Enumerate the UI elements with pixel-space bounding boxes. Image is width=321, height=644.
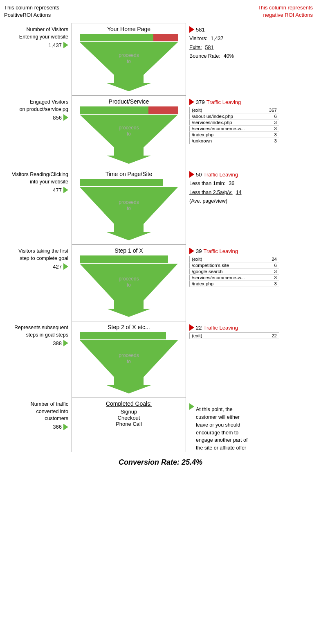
green-bar-step2	[80, 332, 166, 339]
traffic-path: /about-us/index.php	[190, 113, 264, 120]
exit-number-home: 581	[196, 27, 205, 33]
header-right: This column represents negative ROI Acti…	[258, 4, 313, 19]
stat-label: (Ave. page/view)	[189, 197, 227, 206]
center-sub-goals: Signup	[121, 409, 137, 415]
traffic-count: 3	[266, 275, 279, 281]
page-container: This column represents PositiveROI Actio…	[0, 0, 321, 475]
svg-rect-1	[114, 75, 144, 83]
red-arrow-step2	[189, 324, 194, 331]
svg-text:proceeds: proceeds	[119, 353, 139, 358]
traffic-table-row: /competition's site6	[190, 262, 279, 269]
left-label-product: Engaged Visitors on product/service pg	[19, 99, 68, 113]
svg-text:to: to	[127, 131, 131, 137]
row-time: Visitors Reading/Clicking into your webs…	[0, 168, 321, 244]
right-cell-step2: 22 Traffic Leaving(exit)22	[186, 321, 317, 398]
red-arrow-home	[189, 26, 194, 33]
traffic-count: 3	[263, 132, 279, 138]
exit-row-step2: 22 Traffic Leaving	[189, 324, 317, 331]
conversion-rate: Conversion Rate: 25.4%	[0, 452, 321, 471]
center-cell-home: Your Home Pageproceedsto	[72, 23, 186, 95]
svg-rect-21	[114, 377, 144, 385]
traffic-table-row: (exit)24	[190, 256, 279, 262]
red-arrow-time	[189, 171, 194, 178]
traffic-path: /services/index.php	[190, 120, 264, 126]
stats-home: Visitors:1,437Exits:581Bounce Rate:40%	[189, 34, 317, 61]
traffic-count: 22	[244, 333, 279, 339]
traffic-path: /index.php	[190, 281, 267, 287]
center-cell-step2: Step 2 of X etc...proceedsto	[72, 321, 186, 398]
bar-container-step2	[80, 332, 178, 339]
green-arrow-home	[63, 42, 68, 48]
traffic-table-row: /services/index.php3	[190, 120, 279, 126]
traffic-path: /unknown	[190, 138, 264, 144]
green-arrow-step2	[63, 340, 68, 346]
left-number-row-home: 1,437	[48, 42, 68, 48]
center-title-time: Time on Page/Site	[106, 171, 153, 177]
center-cell-step1: Step 1 of Xproceedsto	[72, 244, 186, 321]
traffic-table-product: (exit)367/about-us/index.php6/services/i…	[189, 107, 279, 144]
right-text-goals: At this point, the customer will either …	[196, 402, 248, 452]
stat-value: 36	[229, 179, 234, 188]
center-sub-goals: Phone Call	[116, 421, 142, 427]
row-step1: Visitors taking the first step to comple…	[0, 244, 321, 321]
center-title-home: Your Home Page	[107, 26, 150, 32]
goal-exit-row: At this point, the customer will either …	[189, 401, 317, 452]
header-right-line2: negative ROI Actions	[258, 11, 313, 19]
exit-row-step1: 39 Traffic Leaving	[189, 248, 317, 254]
traffic-count: 6	[263, 113, 279, 120]
center-sub-goals: Checkout	[118, 415, 140, 421]
left-cell-goals: Number of traffic converted into custome…	[0, 398, 72, 452]
bar-container-home	[80, 34, 178, 41]
exit-row-home: 581	[189, 26, 317, 33]
traffic-path: /services/ecommerce-w...	[190, 126, 264, 132]
svg-text:proceeds: proceeds	[119, 125, 139, 131]
left-number-row-time: 477	[53, 187, 68, 193]
stat-value: 1,437	[211, 34, 223, 43]
goal-green-arrow	[189, 403, 194, 410]
funnel-svg-home: proceedsto	[76, 42, 182, 95]
row-step2: Represents subsequent steps in goal step…	[0, 321, 321, 398]
exit-number-step2: 22	[196, 325, 202, 331]
svg-marker-2	[107, 83, 151, 91]
row-product: Engaged Visitors on product/service pg85…	[0, 95, 321, 168]
red-bar-product	[148, 106, 178, 114]
svg-marker-17	[107, 309, 151, 317]
left-cell-step2: Represents subsequent steps in goal step…	[0, 321, 72, 398]
traffic-path: /competition's site	[190, 262, 267, 269]
traffic-leaving-product: Traffic Leaving	[207, 99, 241, 105]
svg-text:proceeds: proceeds	[119, 199, 139, 205]
green-arrow-product	[63, 114, 68, 121]
stat-value: 581	[205, 43, 214, 52]
traffic-path: (exit)	[190, 333, 244, 339]
left-label-step1: Visitors taking the first step to comple…	[18, 248, 68, 262]
traffic-path: /index.php	[190, 132, 264, 138]
stat-label: Less than 1min:	[189, 179, 225, 188]
traffic-path: /google search	[190, 269, 267, 275]
funnel-svg-product: proceedsto	[76, 115, 182, 168]
traffic-table-row: /services/ecommerce-w...3	[190, 275, 279, 281]
svg-text:to: to	[127, 206, 131, 211]
traffic-table-row: /index.php3	[190, 281, 279, 287]
traffic-table-row: /about-us/index.php6	[190, 113, 279, 120]
left-number-product: 856	[53, 115, 62, 121]
center-cell-product: Product/Serviceproceedsto	[72, 95, 186, 168]
left-number-row-step2: 388	[53, 340, 68, 346]
row-goals: Number of traffic converted into custome…	[0, 398, 321, 452]
left-label-step2: Represents subsequent steps in goal step…	[14, 324, 68, 339]
left-label-goals: Number of traffic converted into custome…	[31, 401, 68, 423]
funnel-svg-step1: proceedsto	[76, 264, 182, 321]
traffic-path: /services/ecommerce-w...	[190, 275, 267, 281]
green-bar-time	[80, 179, 163, 186]
left-number-row-product: 856	[53, 114, 68, 121]
green-bar-product	[80, 106, 148, 114]
green-bar-home	[80, 34, 153, 41]
stat-label: Visitors:	[189, 34, 207, 43]
svg-marker-22	[107, 385, 151, 393]
traffic-count: 3	[266, 269, 279, 275]
right-cell-product: 379 Traffic Leaving(exit)367/about-us/in…	[186, 95, 317, 168]
svg-text:proceeds: proceeds	[119, 276, 139, 282]
red-bar-home	[153, 34, 178, 41]
left-cell-step1: Visitors taking the first step to comple…	[0, 244, 72, 321]
bar-container-product	[80, 106, 178, 114]
svg-marker-12	[107, 232, 151, 240]
